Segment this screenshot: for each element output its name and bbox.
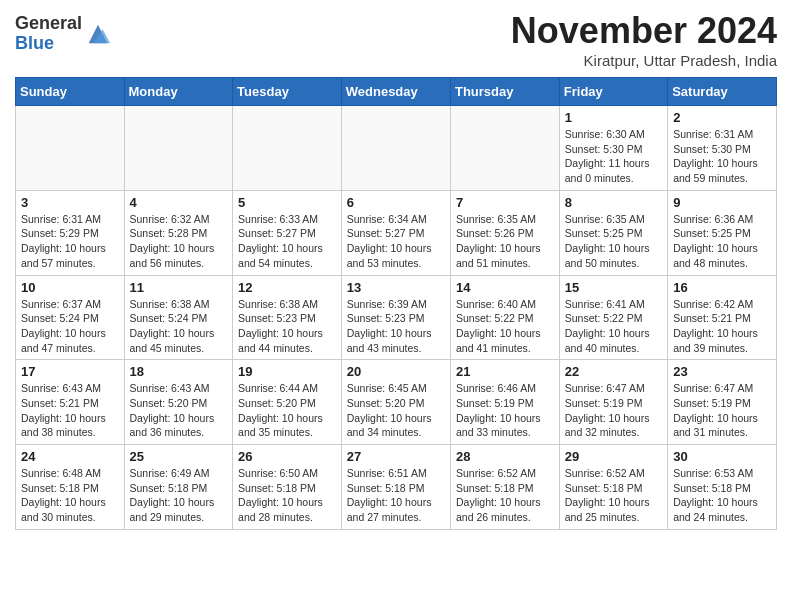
calendar-cell: 5Sunrise: 6:33 AMSunset: 5:27 PMDaylight…: [233, 190, 342, 275]
day-info: Sunrise: 6:40 AMSunset: 5:22 PMDaylight:…: [456, 297, 554, 356]
calendar-header-row: SundayMondayTuesdayWednesdayThursdayFrid…: [16, 78, 777, 106]
calendar-cell: 20Sunrise: 6:45 AMSunset: 5:20 PMDayligh…: [341, 360, 450, 445]
day-info: Sunrise: 6:41 AMSunset: 5:22 PMDaylight:…: [565, 297, 662, 356]
day-info: Sunrise: 6:34 AMSunset: 5:27 PMDaylight:…: [347, 212, 445, 271]
day-info: Sunrise: 6:33 AMSunset: 5:27 PMDaylight:…: [238, 212, 336, 271]
calendar-cell: 7Sunrise: 6:35 AMSunset: 5:26 PMDaylight…: [450, 190, 559, 275]
calendar-cell: 8Sunrise: 6:35 AMSunset: 5:25 PMDaylight…: [559, 190, 667, 275]
day-number: 19: [238, 364, 336, 379]
calendar: SundayMondayTuesdayWednesdayThursdayFrid…: [15, 77, 777, 530]
day-info: Sunrise: 6:35 AMSunset: 5:26 PMDaylight:…: [456, 212, 554, 271]
day-number: 25: [130, 449, 228, 464]
calendar-cell: 6Sunrise: 6:34 AMSunset: 5:27 PMDaylight…: [341, 190, 450, 275]
day-number: 5: [238, 195, 336, 210]
day-number: 14: [456, 280, 554, 295]
day-info: Sunrise: 6:43 AMSunset: 5:21 PMDaylight:…: [21, 381, 119, 440]
calendar-week-row: 1Sunrise: 6:30 AMSunset: 5:30 PMDaylight…: [16, 106, 777, 191]
logo-icon: [84, 20, 112, 48]
day-info: Sunrise: 6:36 AMSunset: 5:25 PMDaylight:…: [673, 212, 771, 271]
day-info: Sunrise: 6:48 AMSunset: 5:18 PMDaylight:…: [21, 466, 119, 525]
day-info: Sunrise: 6:53 AMSunset: 5:18 PMDaylight:…: [673, 466, 771, 525]
calendar-cell: 24Sunrise: 6:48 AMSunset: 5:18 PMDayligh…: [16, 445, 125, 530]
calendar-cell: [341, 106, 450, 191]
day-number: 2: [673, 110, 771, 125]
calendar-cell: 11Sunrise: 6:38 AMSunset: 5:24 PMDayligh…: [124, 275, 233, 360]
calendar-week-row: 24Sunrise: 6:48 AMSunset: 5:18 PMDayligh…: [16, 445, 777, 530]
day-info: Sunrise: 6:38 AMSunset: 5:23 PMDaylight:…: [238, 297, 336, 356]
day-info: Sunrise: 6:52 AMSunset: 5:18 PMDaylight:…: [565, 466, 662, 525]
calendar-cell: 27Sunrise: 6:51 AMSunset: 5:18 PMDayligh…: [341, 445, 450, 530]
day-info: Sunrise: 6:37 AMSunset: 5:24 PMDaylight:…: [21, 297, 119, 356]
title-area: November 2024 Kiratpur, Uttar Pradesh, I…: [511, 10, 777, 69]
logo-general-text: General: [15, 14, 82, 34]
day-info: Sunrise: 6:35 AMSunset: 5:25 PMDaylight:…: [565, 212, 662, 271]
calendar-cell: 29Sunrise: 6:52 AMSunset: 5:18 PMDayligh…: [559, 445, 667, 530]
day-number: 4: [130, 195, 228, 210]
weekday-header: Sunday: [16, 78, 125, 106]
calendar-cell: 23Sunrise: 6:47 AMSunset: 5:19 PMDayligh…: [668, 360, 777, 445]
day-number: 12: [238, 280, 336, 295]
weekday-header: Tuesday: [233, 78, 342, 106]
day-number: 3: [21, 195, 119, 210]
calendar-cell: 14Sunrise: 6:40 AMSunset: 5:22 PMDayligh…: [450, 275, 559, 360]
day-info: Sunrise: 6:31 AMSunset: 5:29 PMDaylight:…: [21, 212, 119, 271]
weekday-header: Monday: [124, 78, 233, 106]
calendar-cell: 26Sunrise: 6:50 AMSunset: 5:18 PMDayligh…: [233, 445, 342, 530]
day-number: 17: [21, 364, 119, 379]
calendar-cell: 30Sunrise: 6:53 AMSunset: 5:18 PMDayligh…: [668, 445, 777, 530]
day-info: Sunrise: 6:46 AMSunset: 5:19 PMDaylight:…: [456, 381, 554, 440]
calendar-cell: 16Sunrise: 6:42 AMSunset: 5:21 PMDayligh…: [668, 275, 777, 360]
calendar-cell: [16, 106, 125, 191]
day-number: 15: [565, 280, 662, 295]
logo-blue-text: Blue: [15, 34, 82, 54]
day-number: 1: [565, 110, 662, 125]
day-number: 30: [673, 449, 771, 464]
weekday-header: Thursday: [450, 78, 559, 106]
calendar-cell: [233, 106, 342, 191]
day-number: 26: [238, 449, 336, 464]
day-info: Sunrise: 6:51 AMSunset: 5:18 PMDaylight:…: [347, 466, 445, 525]
day-number: 29: [565, 449, 662, 464]
day-number: 10: [21, 280, 119, 295]
calendar-cell: 17Sunrise: 6:43 AMSunset: 5:21 PMDayligh…: [16, 360, 125, 445]
calendar-cell: 3Sunrise: 6:31 AMSunset: 5:29 PMDaylight…: [16, 190, 125, 275]
day-info: Sunrise: 6:38 AMSunset: 5:24 PMDaylight:…: [130, 297, 228, 356]
day-number: 20: [347, 364, 445, 379]
day-info: Sunrise: 6:30 AMSunset: 5:30 PMDaylight:…: [565, 127, 662, 186]
calendar-cell: 2Sunrise: 6:31 AMSunset: 5:30 PMDaylight…: [668, 106, 777, 191]
day-number: 24: [21, 449, 119, 464]
calendar-cell: 9Sunrise: 6:36 AMSunset: 5:25 PMDaylight…: [668, 190, 777, 275]
day-number: 16: [673, 280, 771, 295]
calendar-cell: 21Sunrise: 6:46 AMSunset: 5:19 PMDayligh…: [450, 360, 559, 445]
weekday-header: Saturday: [668, 78, 777, 106]
weekday-header: Friday: [559, 78, 667, 106]
day-info: Sunrise: 6:39 AMSunset: 5:23 PMDaylight:…: [347, 297, 445, 356]
day-number: 7: [456, 195, 554, 210]
day-info: Sunrise: 6:47 AMSunset: 5:19 PMDaylight:…: [673, 381, 771, 440]
day-info: Sunrise: 6:32 AMSunset: 5:28 PMDaylight:…: [130, 212, 228, 271]
day-info: Sunrise: 6:49 AMSunset: 5:18 PMDaylight:…: [130, 466, 228, 525]
calendar-cell: 28Sunrise: 6:52 AMSunset: 5:18 PMDayligh…: [450, 445, 559, 530]
calendar-cell: 10Sunrise: 6:37 AMSunset: 5:24 PMDayligh…: [16, 275, 125, 360]
calendar-cell: 4Sunrise: 6:32 AMSunset: 5:28 PMDaylight…: [124, 190, 233, 275]
location: Kiratpur, Uttar Pradesh, India: [511, 52, 777, 69]
day-number: 8: [565, 195, 662, 210]
calendar-cell: 25Sunrise: 6:49 AMSunset: 5:18 PMDayligh…: [124, 445, 233, 530]
day-info: Sunrise: 6:45 AMSunset: 5:20 PMDaylight:…: [347, 381, 445, 440]
calendar-cell: [124, 106, 233, 191]
day-number: 22: [565, 364, 662, 379]
logo: General Blue: [15, 14, 112, 54]
calendar-cell: [450, 106, 559, 191]
calendar-cell: 13Sunrise: 6:39 AMSunset: 5:23 PMDayligh…: [341, 275, 450, 360]
day-number: 13: [347, 280, 445, 295]
calendar-week-row: 3Sunrise: 6:31 AMSunset: 5:29 PMDaylight…: [16, 190, 777, 275]
calendar-cell: 1Sunrise: 6:30 AMSunset: 5:30 PMDaylight…: [559, 106, 667, 191]
day-number: 21: [456, 364, 554, 379]
day-info: Sunrise: 6:44 AMSunset: 5:20 PMDaylight:…: [238, 381, 336, 440]
day-number: 11: [130, 280, 228, 295]
day-info: Sunrise: 6:47 AMSunset: 5:19 PMDaylight:…: [565, 381, 662, 440]
day-number: 23: [673, 364, 771, 379]
calendar-cell: 12Sunrise: 6:38 AMSunset: 5:23 PMDayligh…: [233, 275, 342, 360]
day-number: 9: [673, 195, 771, 210]
month-title: November 2024: [511, 10, 777, 52]
